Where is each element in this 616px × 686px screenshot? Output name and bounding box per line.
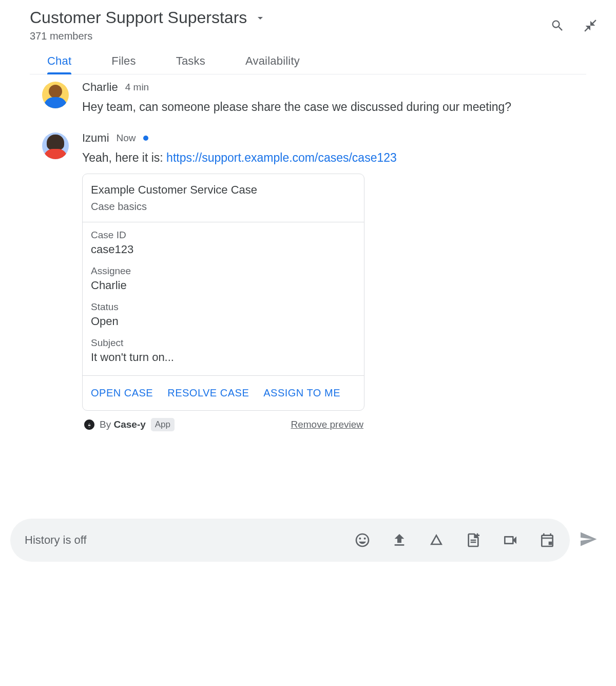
field-label: Status: [91, 301, 356, 313]
unread-indicator: [143, 136, 148, 141]
tab-files[interactable]: Files: [111, 54, 136, 74]
svg-rect-3: [549, 542, 552, 545]
tabs: Chat Files Tasks Availability: [30, 42, 586, 74]
composer: History is off: [10, 519, 598, 562]
message-time: 4 min: [125, 82, 149, 93]
message-author: Charlie: [82, 81, 118, 94]
card-title: Example Customer Service Case: [91, 183, 356, 197]
field-label: Subject: [91, 337, 356, 349]
card-source-name: Case-y: [113, 419, 145, 430]
field-value: Charlie: [91, 279, 356, 292]
emoji-icon[interactable]: [354, 532, 371, 548]
field-value: Open: [91, 315, 356, 328]
avatar[interactable]: [42, 132, 69, 159]
video-icon[interactable]: [502, 532, 518, 548]
message-link[interactable]: https://support.example.com/cases/case12…: [166, 151, 397, 164]
resolve-case-button[interactable]: RESOLVE CASE: [167, 387, 249, 399]
tab-availability[interactable]: Availability: [245, 54, 300, 74]
drive-icon[interactable]: [428, 532, 445, 548]
field-label: Assignee: [91, 265, 356, 277]
avatar[interactable]: [42, 82, 69, 108]
preview-card: Example Customer Service Case Case basic…: [82, 174, 364, 411]
assign-to-me-button[interactable]: ASSIGN TO ME: [263, 387, 340, 399]
remove-preview-link[interactable]: Remove preview: [291, 419, 364, 430]
composer-placeholder: History is off: [25, 533, 87, 547]
field-value: case123: [91, 243, 356, 256]
message-text-prefix: Yeah, here it is:: [82, 151, 166, 164]
app-badge: App: [151, 418, 175, 431]
card-subtitle: Case basics: [91, 201, 356, 213]
field-label: Case ID: [91, 230, 356, 241]
open-case-button[interactable]: OPEN CASE: [91, 387, 153, 399]
chevron-down-icon[interactable]: [254, 12, 266, 24]
search-icon[interactable]: [550, 18, 565, 33]
space-title[interactable]: Customer Support Superstars: [30, 8, 247, 27]
message: Charlie 4 min Hey team, can someone plea…: [42, 81, 586, 116]
webhook-icon: [83, 418, 95, 431]
card-source-text: By Case-y: [100, 419, 146, 430]
message-text: Hey team, can someone please share the c…: [82, 98, 586, 116]
collapse-icon[interactable]: [583, 18, 598, 33]
message-input[interactable]: History is off: [10, 519, 570, 562]
message-time: Now: [117, 132, 136, 144]
message: Izumi Now Yeah, here it is: https://supp…: [42, 131, 586, 432]
tab-chat[interactable]: Chat: [47, 54, 71, 74]
tab-tasks[interactable]: Tasks: [176, 54, 205, 74]
field-value: It won't turn on...: [91, 351, 356, 364]
message-author: Izumi: [82, 131, 109, 145]
send-button[interactable]: [579, 530, 598, 550]
message-text: Yeah, here it is: https://support.exampl…: [82, 149, 586, 167]
member-count: 371 members: [30, 30, 586, 42]
upload-icon[interactable]: [391, 532, 408, 548]
calendar-icon[interactable]: [539, 532, 555, 548]
create-doc-icon[interactable]: [465, 532, 482, 548]
